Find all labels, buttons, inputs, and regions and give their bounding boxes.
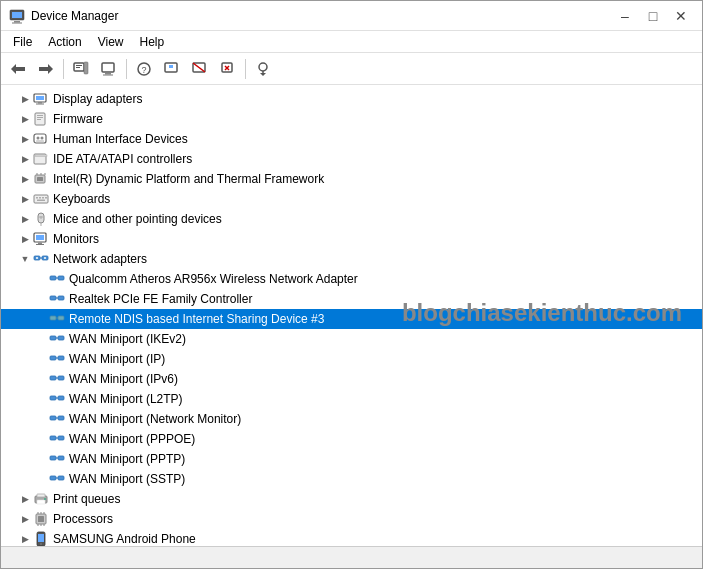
disable-button[interactable] xyxy=(187,56,213,82)
firmware-label: Firmware xyxy=(53,112,103,126)
svg-rect-95 xyxy=(50,476,56,480)
print-queues-icon xyxy=(33,491,49,507)
tree-item-monitors[interactable]: Monitors xyxy=(1,229,702,249)
expander-wan-pppoe xyxy=(33,429,49,449)
wan-ip-label: WAN Miniport (IP) xyxy=(69,352,165,366)
wan-pptp-icon xyxy=(49,451,65,467)
forward-button[interactable] xyxy=(33,56,59,82)
tree-item-qualcomm[interactable]: Qualcomm Atheros AR956x Wireless Network… xyxy=(1,269,702,289)
tree-item-wan-pptp[interactable]: WAN Miniport (PPTP) xyxy=(1,449,702,469)
svg-rect-96 xyxy=(58,476,64,480)
expander-wan-sstp xyxy=(33,469,49,489)
expander-monitors[interactable] xyxy=(17,229,33,249)
minimize-button[interactable]: – xyxy=(612,3,638,29)
tree-item-print-queues[interactable]: Print queues xyxy=(1,489,702,509)
tree-item-keyboards[interactable]: Keyboards xyxy=(1,189,702,209)
svg-rect-47 xyxy=(36,197,38,199)
expander-wan-ip xyxy=(33,349,49,369)
svg-rect-99 xyxy=(37,494,45,497)
close-button[interactable]: ✕ xyxy=(668,3,694,29)
tree-item-processors[interactable]: Processors xyxy=(1,509,702,529)
tree-item-realtek[interactable]: Realtek PCIe FE Family Controller xyxy=(1,289,702,309)
svg-marker-26 xyxy=(260,73,266,76)
tree-item-wan-pppoe[interactable]: WAN Miniport (PPPOE) xyxy=(1,429,702,449)
svg-point-101 xyxy=(44,498,46,500)
svg-line-20 xyxy=(193,63,205,72)
properties-button[interactable] xyxy=(68,56,94,82)
svg-rect-42 xyxy=(37,177,43,181)
wan-netmon-label: WAN Miniport (Network Monitor) xyxy=(69,412,241,426)
tree-item-network-adapters[interactable]: Network adapters xyxy=(1,249,702,269)
processors-label: Processors xyxy=(53,512,113,526)
expander-wan-ikev2 xyxy=(33,329,49,349)
title-bar: Device Manager – □ ✕ xyxy=(1,1,702,31)
menu-help[interactable]: Help xyxy=(132,33,173,51)
expander-wan-ipv6 xyxy=(33,369,49,389)
title-bar-controls: – □ ✕ xyxy=(612,3,694,29)
svg-rect-78 xyxy=(58,356,64,360)
separator-1 xyxy=(63,59,64,79)
tree-item-human-interface[interactable]: Human Interface Devices xyxy=(1,129,702,149)
svg-point-64 xyxy=(44,257,46,259)
tree-item-wan-sstp[interactable]: WAN Miniport (SSTP) xyxy=(1,469,702,489)
update-driver-button[interactable]: ? xyxy=(131,56,157,82)
display-adapters-icon xyxy=(33,91,49,107)
tree-item-wan-ip[interactable]: WAN Miniport (IP) xyxy=(1,349,702,369)
svg-marker-4 xyxy=(11,64,16,74)
processors-icon xyxy=(33,511,49,527)
scan-computers-button[interactable] xyxy=(96,56,122,82)
tree-item-intel[interactable]: Intel(R) Dynamic Platform and Thermal Fr… xyxy=(1,169,702,189)
svg-rect-32 xyxy=(37,115,43,116)
scan-hardware-button[interactable] xyxy=(250,56,276,82)
menu-view[interactable]: View xyxy=(90,33,132,51)
expander-intel[interactable] xyxy=(17,169,33,189)
svg-point-63 xyxy=(36,257,38,259)
svg-point-24 xyxy=(259,63,267,71)
maximize-button[interactable]: □ xyxy=(640,3,666,29)
svg-rect-74 xyxy=(50,336,56,340)
expander-processors[interactable] xyxy=(17,509,33,529)
tree-item-wan-l2tp[interactable]: WAN Miniport (L2TP) xyxy=(1,389,702,409)
tree-item-mice[interactable]: Mice and other pointing devices xyxy=(1,209,702,229)
tree-item-firmware[interactable]: Firmware xyxy=(1,109,702,129)
back-button[interactable] xyxy=(5,56,31,82)
expander-ide[interactable] xyxy=(17,149,33,169)
expander-human-interface[interactable] xyxy=(17,129,33,149)
tree-item-display-adapters[interactable]: Display adapters xyxy=(1,89,702,109)
tree-item-ide[interactable]: IDE ATA/ATAPI controllers xyxy=(1,149,702,169)
tree-item-remote-ndis[interactable]: Remote NDIS based Internet Sharing Devic… xyxy=(1,309,702,329)
uninstall-button[interactable] xyxy=(215,56,241,82)
menu-action[interactable]: Action xyxy=(40,33,89,51)
tree-item-wan-ipv6[interactable]: WAN Miniport (IPv6) xyxy=(1,369,702,389)
svg-rect-35 xyxy=(34,134,46,143)
svg-rect-29 xyxy=(38,102,42,104)
expander-wan-netmon xyxy=(33,409,49,429)
wan-pptp-label: WAN Miniport (PPTP) xyxy=(69,452,185,466)
svg-rect-89 xyxy=(50,436,56,440)
svg-rect-2 xyxy=(14,21,20,23)
svg-rect-5 xyxy=(16,67,25,71)
wan-pppoe-label: WAN Miniport (PPPOE) xyxy=(69,432,195,446)
svg-rect-80 xyxy=(50,376,56,380)
menu-file[interactable]: File xyxy=(5,33,40,51)
wan-ip-icon xyxy=(49,351,65,367)
expander-firmware[interactable] xyxy=(17,109,33,129)
expander-print-queues[interactable] xyxy=(17,489,33,509)
tree-panel[interactable]: Display adapters Firmware Human Interfac… xyxy=(1,85,702,546)
keyboards-label: Keyboards xyxy=(53,192,110,206)
network-adapters-icon xyxy=(33,251,49,267)
monitor-button[interactable] xyxy=(159,56,185,82)
expander-mice[interactable] xyxy=(17,209,33,229)
expander-samsung[interactable] xyxy=(17,529,33,546)
svg-rect-48 xyxy=(39,197,41,199)
svg-rect-11 xyxy=(84,62,88,74)
expander-keyboards[interactable] xyxy=(17,189,33,209)
expander-display-adapters[interactable] xyxy=(17,89,33,109)
tree-item-samsung[interactable]: SAMSUNG Android Phone xyxy=(1,529,702,546)
tree-item-wan-ikev2[interactable]: WAN Miniport (IKEv2) xyxy=(1,329,702,349)
intel-icon xyxy=(33,171,49,187)
tree-item-wan-netmon[interactable]: WAN Miniport (Network Monitor) xyxy=(1,409,702,429)
wan-ipv6-label: WAN Miniport (IPv6) xyxy=(69,372,178,386)
expander-network-adapters[interactable] xyxy=(17,249,33,269)
wan-pppoe-icon xyxy=(49,431,65,447)
